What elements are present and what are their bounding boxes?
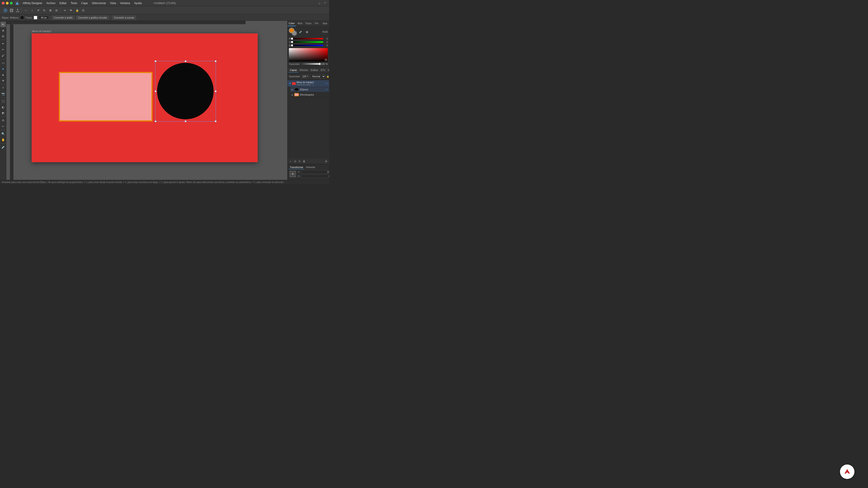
shadow-tool-btn[interactable]: ◩ [0,110,6,116]
menu-vista[interactable]: Vista [108,1,118,5]
eyedropper-btn[interactable]: 💉 [298,29,303,35]
slider-b-track[interactable] [292,45,323,46]
align-tl[interactable] [289,171,291,173]
lock-layer-btn[interactable]: 🔒 [327,74,329,79]
share-icon[interactable]: ↗ [324,1,327,5]
distribute-btn[interactable]: ⊟ [54,8,59,13]
opacity-thumb[interactable] [318,63,321,65]
crop-tool-btn[interactable]: ⧉ [0,118,6,123]
layers-adjust-btn[interactable]: ⚙ [324,159,328,163]
layers-add-btn[interactable]: + [288,159,292,163]
brush-tool-btn[interactable]: 🖌 [0,53,6,58]
close-button[interactable] [2,2,4,4]
slider-r-track[interactable] [292,38,323,39]
flip-v-btn[interactable]: ↕ [29,8,35,13]
layer-expand-arrow-rect[interactable]: ▶ [291,94,293,96]
zoom-tool-btn[interactable]: 🔍 [0,131,6,136]
transform-tool-btn[interactable]: ⊞ [0,33,6,39]
convert-circular-btn[interactable]: Convertir a gráfico circular [76,15,109,20]
node-tool-btn[interactable]: ◈ [0,28,6,33]
text-tool-btn[interactable]: T [0,85,6,91]
tab-color[interactable]: Color [287,21,296,26]
tab-pin[interactable]: Pin [312,21,321,26]
align-tc[interactable] [292,171,293,173]
slider-g-track[interactable] [292,41,323,43]
menu-seleccionar[interactable]: Seleccionar [90,1,108,5]
tab-apa[interactable]: Apa [321,21,329,26]
tr-r-input[interactable] [302,174,329,178]
menu-editar[interactable]: Editar [58,1,68,5]
tab-transform[interactable]: Transformar [289,165,304,169]
menu-texto[interactable]: Texto [69,1,79,5]
fill-swatch[interactable] [20,16,24,20]
star-tool-btn[interactable]: ★ [0,78,6,83]
select-tool-btn[interactable]: ↖ [0,22,6,27]
opacity-track[interactable] [301,63,320,65]
slider-g-thumb[interactable] [291,41,293,43]
slice-tool-btn[interactable]: ✂ [0,124,6,129]
rotate-left-btn[interactable]: ↺ [35,8,41,13]
flip-h-btn[interactable]: ↔ [23,8,29,13]
view-btn[interactable]: 👁 [68,8,74,13]
shape-ellipse[interactable] [157,63,214,119]
align-ml[interactable] [289,173,291,175]
rotate-right-btn[interactable]: ↻ [41,8,47,13]
pen-tool-btn[interactable]: ✒ [0,41,6,46]
align-mc[interactable] [292,173,293,175]
layers-delete-btn[interactable]: 🗑 [302,159,306,163]
search-icon[interactable]: ⌕ [319,1,322,5]
transparency-tool-btn[interactable]: ◐ [0,104,6,110]
layers-group-btn[interactable]: ⊡ [293,159,297,163]
menu-capa[interactable]: Capa [79,1,90,5]
convert-curves-btn[interactable]: Convertir a curvas [112,15,136,20]
layer-item-ellipse[interactable]: ▶ (Elipse) ✓ [290,87,329,92]
menu-archivo[interactable]: Archivo [44,1,57,5]
color-picker-tool-btn[interactable]: 💉 [0,144,6,150]
handle-top-left[interactable] [155,60,156,62]
place-tool-btn[interactable]: 📷 [0,91,6,96]
align-br[interactable] [294,175,296,177]
tab-trazo[interactable]: Trazo [304,21,313,26]
menu-ventana[interactable]: Ventana [118,1,132,5]
fullscreen-button[interactable] [10,2,13,4]
layer-expand-arrow[interactable]: ▼ [289,82,291,85]
layer-tab-efectos[interactable]: Efectos [298,68,309,72]
color-spectrum[interactable] [289,48,328,62]
ellipse-tool-btn[interactable]: ● [0,66,6,71]
layers-duplicate-btn[interactable]: ⎘ [298,159,302,163]
handle-bottom-right[interactable] [215,121,217,122]
layer-tab-inv[interactable]: Inv [327,68,329,72]
export-mode-btn[interactable] [15,8,20,13]
lock-btn[interactable]: 🔒 [74,8,80,13]
shape-rectangle[interactable] [59,72,153,122]
tr-x-input[interactable] [302,170,329,174]
menu-app[interactable]: Affinity Designer [21,1,44,5]
triangle-tool-btn[interactable]: ▲ [0,72,6,77]
handle-bottom-left[interactable] [155,121,156,122]
stroke-size-input[interactable] [39,15,49,20]
tab-muestras[interactable]: Mue [296,21,304,26]
align-btn[interactable]: ⊞ [48,8,53,13]
layer-tab-etx[interactable]: ETx [319,68,327,72]
handle-middle-right[interactable] [215,90,217,92]
layer-check-artboard[interactable]: ✓ [326,82,328,85]
history-btn[interactable]: ↩ [62,8,68,13]
layer-expand-arrow-ellipse[interactable]: ▶ [291,88,293,91]
color-mode-label[interactable]: RGB [322,31,328,33]
pixel-mode-btn[interactable] [9,8,14,13]
layers-opacity-input[interactable] [301,74,309,78]
handle-bottom-middle[interactable] [185,121,186,122]
align-bc[interactable] [292,175,293,177]
layer-vis-artboard[interactable] [292,82,296,85]
layer-tab-capas[interactable]: Capas [288,68,298,72]
hand-tool-btn[interactable]: ✋ [0,137,6,142]
blend-mode-select[interactable]: Normal Multiply Screen Overlay [310,74,326,78]
handle-top-right[interactable] [215,60,217,62]
handle-top-middle[interactable] [185,60,186,62]
convert-ring-btn[interactable]: Convertir a anillo [52,15,74,20]
slider-r-thumb[interactable] [291,37,293,40]
handle-middle-left[interactable] [155,90,156,92]
vector-mode-btn[interactable] [3,8,8,13]
gradient-btn[interactable]: ▦ [304,29,310,35]
slider-b-thumb[interactable] [291,44,293,46]
